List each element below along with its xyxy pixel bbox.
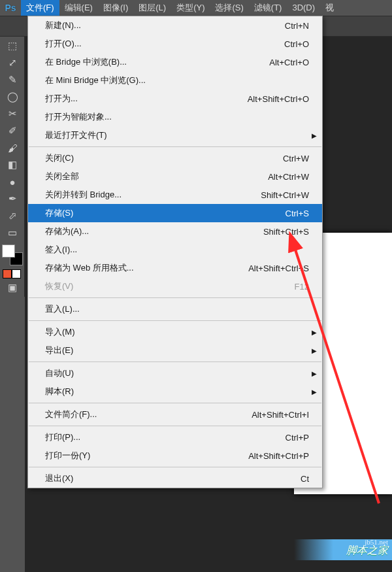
menu-item-label: 导入(M): [45, 326, 309, 338]
menu-item-label: 打开为...: [45, 93, 248, 105]
tool-pen-icon[interactable]: ✒: [3, 191, 22, 207]
menu-item-label: 置入(L)...: [45, 303, 309, 315]
menu-item-label: 导出(E): [45, 345, 309, 356]
menu-item-4-1[interactable]: 脚本(R)▶: [28, 382, 322, 401]
menu-item-shortcut: F12: [295, 282, 309, 292]
mini-swatch-red[interactable]: [3, 269, 12, 278]
menu-item-label: 脚本(R): [45, 386, 309, 397]
tool-stamp-icon[interactable]: 🖌: [3, 140, 22, 156]
menu-item-label: 恢复(V): [45, 280, 295, 292]
submenu-arrow-icon: ▶: [312, 370, 317, 377]
menu-item-1-0[interactable]: 关闭(C)Ctrl+W: [28, 149, 322, 167]
menu-item-2-0[interactable]: 置入(L)...: [28, 300, 322, 318]
menu-item-shortcut: Alt+Shift+Ctrl+P: [248, 451, 309, 461]
menu-item-label: 关闭全部: [45, 171, 268, 182]
menu-item-5-0[interactable]: 文件简介(F)...Alt+Shift+Ctrl+I: [28, 405, 322, 424]
menu-item-4-0[interactable]: 自动(U)▶: [28, 364, 322, 382]
menu-4[interactable]: 类型(Y): [171, 0, 210, 16]
menu-item-label: 退出(X): [45, 473, 301, 484]
tool-brush-icon[interactable]: ✐: [3, 123, 22, 139]
menu-item-3-1[interactable]: 导出(E)▶: [28, 341, 322, 360]
file-menu-dropdown: 新建(N)...Ctrl+N打开(O)...Ctrl+O在 Bridge 中浏览…: [27, 16, 323, 488]
menu-item-3-0[interactable]: 导入(M)▶: [28, 323, 322, 341]
menu-item-label: 打开(O)...: [45, 38, 284, 50]
menu-5[interactable]: 选择(S): [210, 0, 248, 16]
menu-item-label: 文件简介(F)...: [45, 409, 252, 420]
menu-item-1-1[interactable]: 关闭全部Alt+Ctrl+W: [28, 167, 322, 186]
menu-3[interactable]: 图层(L): [133, 0, 171, 16]
menu-0[interactable]: 文件(F): [21, 0, 59, 16]
menu-separator: [29, 467, 321, 467]
tool-dodge-icon[interactable]: ●: [3, 174, 22, 190]
menu-item-1-4[interactable]: 存储为(A)...Shift+Ctrl+S: [28, 222, 322, 241]
menu-item-shortcut: Ctrl+W: [283, 154, 309, 163]
menu-separator: [29, 146, 321, 147]
color-swatches[interactable]: [2, 244, 23, 265]
menu-item-0-2[interactable]: 在 Bridge 中浏览(B)...Alt+Ctrl+O: [28, 53, 322, 71]
tool-move-icon[interactable]: ⤢: [3, 55, 22, 71]
mini-swatches: [3, 269, 22, 278]
menu-item-label: 打印(P)...: [45, 431, 286, 443]
menu-item-shortcut: Ctrl+P: [286, 433, 309, 443]
menu-item-6-1[interactable]: 打印一份(Y)Alt+Shift+Ctrl+P: [28, 446, 322, 465]
menu-8[interactable]: 视: [320, 0, 339, 16]
menu-2[interactable]: 图像(I): [98, 0, 133, 16]
menu-item-1-2[interactable]: 关闭并转到 Bridge...Shift+Ctrl+W: [28, 186, 322, 204]
menu-item-label: 自动(U): [45, 367, 309, 379]
menu-item-shortcut: Ctrl+O: [284, 39, 309, 49]
menu-item-shortcut: Shift+Ctrl+S: [263, 227, 309, 237]
menu-item-shortcut: Alt+Shift+Ctrl+I: [252, 410, 309, 420]
watermark-text: 脚本之家: [346, 544, 388, 558]
menu-item-label: 关闭并转到 Bridge...: [45, 189, 261, 201]
menu-item-shortcut: Alt+Ctrl+W: [268, 172, 309, 182]
tool-pencil-dotted-icon[interactable]: ✎: [3, 72, 22, 88]
toolbox: ⬚⤢✎◯✂✐🖌◧●✒⬀▭ ▣: [0, 37, 25, 297]
menu-item-label: 在 Bridge 中浏览(B)...: [45, 56, 269, 68]
menu-item-label: 在 Mini Bridge 中浏览(G)...: [45, 75, 309, 86]
mini-swatch-white[interactable]: [12, 269, 21, 278]
menu-separator: [29, 320, 321, 321]
menu-item-shortcut: Alt+Shift+Ctrl+O: [248, 94, 309, 104]
menu-item-0-6[interactable]: 最近打开文件(T)▶: [28, 126, 322, 144]
menu-item-label: 打开为智能对象...: [45, 111, 309, 123]
menu-1[interactable]: 编辑(E): [59, 0, 98, 16]
menu-item-label: 存储(S): [45, 207, 286, 219]
tool-path-select-icon[interactable]: ⬀: [3, 208, 22, 224]
menu-item-label: 新建(N)...: [45, 20, 285, 31]
menu-item-label: 打印一份(Y): [45, 450, 248, 462]
menu-item-6-0[interactable]: 打印(P)...Ctrl+P: [28, 428, 322, 446]
menu-item-shortcut: Alt+Ctrl+O: [269, 58, 309, 67]
menu-item-shortcut: Shift+Ctrl+W: [261, 190, 309, 200]
menu-item-label: 存储为 Web 所用格式...: [45, 262, 248, 274]
menu-separator: [29, 362, 321, 362]
menu-item-1-7: 恢复(V)F12: [28, 277, 322, 295]
menu-separator: [29, 297, 321, 298]
submenu-arrow-icon: ▶: [312, 329, 317, 336]
submenu-arrow-icon: ▶: [312, 347, 317, 354]
menu-item-shortcut: Ctrl+N: [285, 21, 309, 31]
menu-item-0-5[interactable]: 打开为智能对象...: [28, 108, 322, 126]
menu-item-0-3[interactable]: 在 Mini Bridge 中浏览(G)...: [28, 71, 322, 90]
menu-item-1-6[interactable]: 存储为 Web 所用格式...Alt+Shift+Ctrl+S: [28, 259, 322, 277]
menu-item-label: 最近打开文件(T): [45, 129, 309, 141]
menu-item-label: 签入(I)...: [45, 244, 309, 256]
menu-item-0-1[interactable]: 打开(O)...Ctrl+O: [28, 35, 322, 53]
foreground-swatch[interactable]: [2, 244, 15, 258]
tool-lasso-icon[interactable]: ◯: [3, 89, 22, 105]
menu-item-1-5[interactable]: 签入(I)...: [28, 241, 322, 259]
tool-eraser-icon[interactable]: ◧: [3, 157, 22, 173]
tool-shape-icon[interactable]: ▭: [3, 225, 22, 241]
quickmask-icon[interactable]: ▣: [3, 280, 22, 295]
menu-item-7-0[interactable]: 退出(X)Ct: [28, 469, 322, 488]
tool-marquee-icon[interactable]: ⬚: [3, 38, 22, 54]
menu-item-1-3[interactable]: 存储(S)Ctrl+S: [28, 204, 322, 222]
menu-separator: [29, 426, 321, 426]
tool-crop-icon[interactable]: ✂: [3, 106, 22, 122]
menu-7[interactable]: 3D(D): [287, 0, 320, 16]
menu-item-shortcut: Alt+Shift+Ctrl+S: [248, 263, 309, 273]
menubar: Ps 文件(F)编辑(E)图像(I)图层(L)类型(Y)选择(S)滤镜(T)3D…: [0, 0, 392, 16]
menu-item-shortcut: Ct: [301, 474, 309, 484]
menu-item-0-0[interactable]: 新建(N)...Ctrl+N: [28, 16, 322, 35]
menu-6[interactable]: 滤镜(T): [249, 0, 287, 16]
menu-item-0-4[interactable]: 打开为...Alt+Shift+Ctrl+O: [28, 90, 322, 108]
